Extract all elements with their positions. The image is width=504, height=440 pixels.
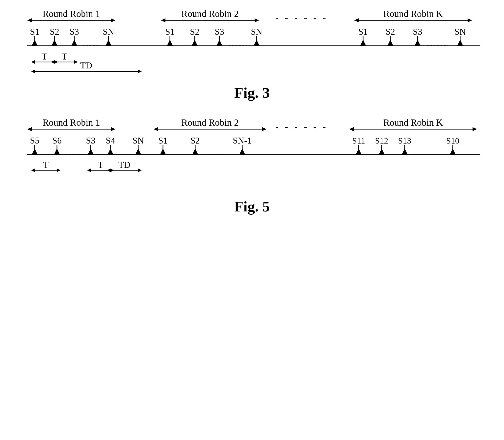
svg-marker-64: [107, 148, 113, 155]
t1-label-fig5: T: [43, 160, 49, 170]
s12-g3-fig5: S12: [375, 136, 388, 145]
s2-g2-fig5: S2: [190, 136, 200, 146]
s1-g2-fig3: S1: [165, 27, 174, 37]
svg-marker-62: [88, 148, 94, 155]
svg-marker-24: [216, 40, 222, 46]
s5-g1-fig5: S5: [30, 136, 39, 146]
s2-g1-fig3: S2: [50, 27, 59, 37]
s11-g3-fig5: S11: [352, 136, 365, 145]
sn-g2-fig5: SN: [132, 136, 144, 146]
rrk-label-fig5: Round Robin K: [383, 117, 443, 128]
rrk-label-fig3: Round Robin K: [383, 8, 443, 19]
svg-marker-54: [473, 127, 477, 131]
figure-3-svg: Round Robin 1 Round Robin 2 - - - - - - …: [17, 7, 487, 79]
td-label-fig5: TD: [118, 160, 130, 170]
s10-g3-fig5: S10: [446, 136, 459, 145]
svg-marker-1: [27, 18, 32, 22]
sn-g1-fig3: SN: [103, 27, 114, 37]
svg-marker-27: [254, 40, 260, 46]
svg-marker-29: [360, 40, 366, 46]
s13-g3-fig5: S13: [398, 136, 411, 145]
svg-marker-53: [349, 127, 354, 131]
s2-g2-fig3: S2: [190, 27, 199, 37]
svg-marker-57: [32, 148, 38, 155]
svg-marker-85: [57, 169, 60, 172]
svg-marker-33: [415, 40, 421, 46]
svg-marker-51: [262, 127, 266, 131]
t1-label-fig3: T: [42, 52, 47, 61]
svg-marker-59: [54, 148, 60, 155]
s3-g1-fig5: S3: [86, 136, 95, 146]
sn1-g2-fig5: SN-1: [233, 136, 251, 146]
rr1-label-fig3: Round Robin 1: [42, 8, 100, 19]
svg-marker-42: [74, 60, 78, 64]
figure-3-wrapper: Round Robin 1 Round Robin 2 - - - - - - …: [0, 7, 504, 101]
svg-marker-31: [387, 40, 393, 46]
s4-g1-fig5: S4: [106, 136, 115, 146]
t2-label-fig5: T: [98, 160, 103, 170]
svg-marker-48: [111, 127, 115, 131]
svg-marker-91: [138, 169, 142, 172]
svg-marker-73: [239, 148, 245, 155]
fig3-caption: Fig. 3: [234, 84, 270, 101]
figure-5-wrapper: Round Robin 1 Round Robin 2 - - - - - - …: [0, 116, 504, 215]
s3-g1-fig3: S3: [69, 27, 79, 37]
svg-marker-20: [167, 40, 173, 46]
sn-g3-fig3: SN: [454, 27, 466, 37]
svg-marker-36: [457, 40, 463, 46]
s2-g3-fig3: S2: [385, 27, 395, 37]
s3-g2-fig3: S3: [214, 27, 224, 37]
svg-marker-68: [160, 148, 166, 155]
sn-g2-fig3: SN: [251, 27, 262, 37]
svg-marker-84: [31, 169, 35, 172]
s3-g3-fig3: S3: [413, 27, 422, 37]
svg-marker-38: [31, 60, 35, 64]
rr-dashes-fig5: - - - - - -: [275, 121, 328, 132]
svg-marker-79: [402, 148, 408, 155]
svg-marker-87: [87, 169, 91, 172]
rr2-label-fig3: Round Robin 2: [181, 8, 239, 19]
s1-g2-fig5: S1: [158, 136, 167, 146]
svg-marker-44: [31, 70, 35, 73]
svg-marker-70: [192, 148, 198, 155]
s1-g1-fig3: S1: [30, 27, 39, 37]
svg-marker-45: [138, 70, 142, 73]
svg-marker-15: [71, 40, 77, 46]
t2-label-fig3: T: [62, 52, 67, 61]
svg-marker-47: [27, 127, 32, 131]
svg-marker-41: [51, 60, 54, 64]
s1-g3-fig3: S1: [358, 27, 368, 37]
svg-marker-2: [111, 18, 115, 22]
svg-marker-82: [450, 148, 456, 155]
svg-marker-90: [107, 169, 110, 172]
svg-marker-50: [154, 127, 158, 131]
svg-marker-11: [32, 40, 38, 46]
fig5-caption: Fig. 5: [234, 198, 270, 215]
rr1-label-fig5: Round Robin 1: [42, 117, 100, 128]
rr-dashes-fig3: - - - - - -: [275, 13, 328, 23]
svg-marker-77: [379, 148, 385, 155]
svg-marker-5: [255, 18, 259, 22]
svg-marker-13: [52, 40, 57, 46]
svg-marker-8: [468, 18, 472, 22]
svg-marker-7: [354, 18, 359, 22]
page-container: Round Robin 1 Round Robin 2 - - - - - - …: [0, 0, 504, 440]
svg-marker-22: [192, 40, 198, 46]
s6-g1-fig5: S6: [52, 136, 61, 146]
td-label-fig3: TD: [80, 60, 92, 70]
svg-marker-75: [356, 148, 362, 155]
rr2-label-fig5: Round Robin 2: [181, 117, 239, 128]
svg-marker-4: [161, 18, 165, 22]
svg-marker-18: [106, 40, 111, 46]
figure-5-svg: Round Robin 1 Round Robin 2 - - - - - - …: [17, 116, 487, 193]
svg-marker-66: [135, 148, 141, 155]
